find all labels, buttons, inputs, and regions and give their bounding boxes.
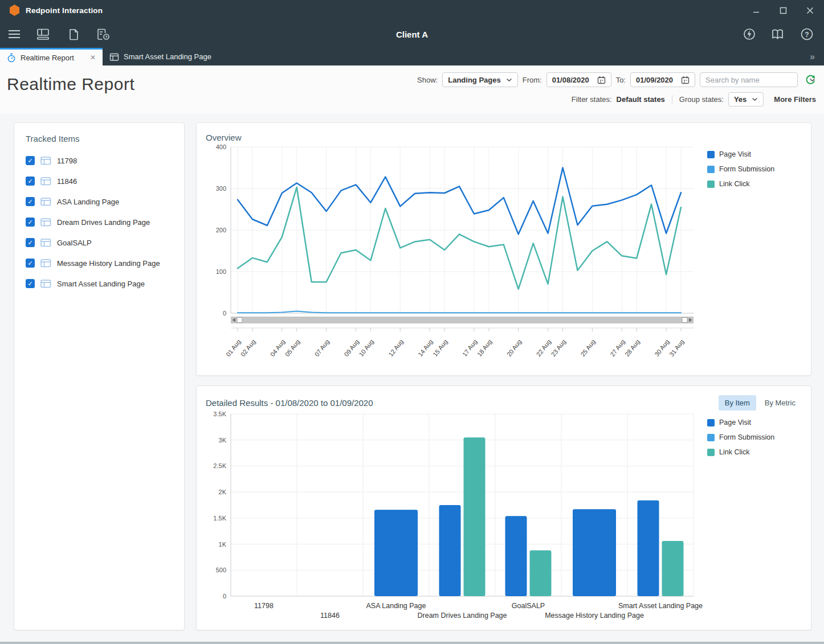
- dashboard-panels-icon[interactable]: [36, 28, 50, 40]
- client-title: Client A: [0, 30, 824, 39]
- calendar-icon[interactable]: [597, 76, 606, 84]
- by-item-button[interactable]: By Item: [719, 395, 756, 411]
- item-checkbox-checked[interactable]: ✓: [26, 279, 35, 288]
- report-history-icon[interactable]: [96, 28, 111, 40]
- filter-row-primary: Show: Landing Pages From: 01/08/2020 To:…: [417, 72, 816, 87]
- refresh-button[interactable]: [805, 74, 816, 85]
- table-icon: [40, 156, 51, 165]
- bar-Smart Asset Landing Page: [662, 541, 684, 596]
- scrollbar-handle-right[interactable]: [682, 318, 687, 323]
- tracked-item-row[interactable]: ✓Dream Drives Landing Page: [26, 212, 173, 232]
- legend-item[interactable]: Link Click: [707, 180, 797, 188]
- toolbar: Client A ?: [0, 20, 824, 48]
- svg-text:Dream Drives Landing Page: Dream Drives Landing Page: [417, 612, 507, 620]
- svg-text:12 Aug: 12 Aug: [387, 338, 405, 358]
- svg-text:18 Aug: 18 Aug: [476, 338, 493, 358]
- chart-scrollbar-track[interactable]: [231, 317, 694, 323]
- calendar-icon[interactable]: [681, 76, 690, 84]
- svg-text:?: ?: [805, 31, 809, 39]
- menu-icon[interactable]: [8, 29, 21, 39]
- item-checkbox-checked[interactable]: ✓: [26, 177, 35, 186]
- tracked-item-row[interactable]: ✓ASA Landing Page: [26, 191, 173, 212]
- tab-label: Smart Asset Landing Page: [124, 52, 211, 61]
- to-date-input[interactable]: 01/09/2020: [630, 72, 695, 87]
- overview-title: Overview: [206, 133, 802, 142]
- bar-GoalSALP: [505, 516, 527, 596]
- legend-item[interactable]: Form Submission: [707, 165, 797, 173]
- detailed-results-panel: Detailed Results - 01/08/2020 to 01/09/2…: [196, 385, 811, 630]
- tracked-items-list: ✓11798✓11846✓ASA Landing Page✓Dream Driv…: [26, 150, 173, 294]
- table-icon: [40, 259, 51, 268]
- more-filters-button[interactable]: More Filters: [774, 95, 816, 104]
- svg-text:20 Aug: 20 Aug: [505, 338, 523, 358]
- tracked-item-row[interactable]: ✓11846: [26, 171, 173, 191]
- documentation-book-icon[interactable]: [771, 28, 785, 40]
- svg-text:1K: 1K: [219, 541, 227, 548]
- svg-text:3.5K: 3.5K: [213, 411, 226, 417]
- by-metric-button[interactable]: By Metric: [758, 395, 802, 411]
- app-title: Redpoint Interaction: [26, 6, 103, 15]
- maximize-icon[interactable]: [780, 7, 787, 14]
- item-checkbox-checked[interactable]: ✓: [26, 197, 35, 206]
- overview-line-chart[interactable]: 010020030040001 Aug02 Aug04 Aug05 Aug07 …: [206, 142, 707, 358]
- item-checkbox-checked[interactable]: ✓: [26, 156, 35, 165]
- table-icon: [40, 238, 51, 247]
- duplicate-page-icon[interactable]: [66, 28, 80, 40]
- svg-text:17 Aug: 17 Aug: [461, 338, 479, 358]
- legend-item[interactable]: Page Visit: [707, 419, 797, 426]
- table-icon: [40, 279, 51, 288]
- search-input[interactable]: [705, 76, 806, 84]
- close-window-icon[interactable]: [806, 7, 814, 14]
- detailed-results-title: Detailed Results - 01/08/2020 to 01/09/2…: [206, 398, 373, 408]
- legend-label: Form Submission: [719, 165, 774, 173]
- svg-text:3K: 3K: [219, 437, 227, 444]
- tab-overflow-chevron[interactable]: »: [801, 48, 824, 65]
- svg-text:09 Aug: 09 Aug: [342, 338, 360, 358]
- svg-text:Message History Landing Page: Message History Landing Page: [545, 612, 644, 620]
- item-checkbox-checked[interactable]: ✓: [26, 259, 35, 268]
- legend-item[interactable]: Link Click: [707, 448, 797, 456]
- legend-swatch: [707, 181, 715, 188]
- scrollbar-handle-left[interactable]: [237, 318, 242, 323]
- overview-legend: Page VisitForm SubmissionLink Click: [707, 142, 797, 358]
- group-states-select[interactable]: Yes: [728, 92, 764, 106]
- minimize-icon[interactable]: [753, 7, 760, 14]
- tracked-items-title: Tracked Items: [26, 134, 173, 143]
- tracked-item-row[interactable]: ✓Smart Asset Landing Page: [26, 273, 173, 294]
- help-icon[interactable]: ?: [800, 27, 814, 41]
- svg-text:02 Aug: 02 Aug: [239, 338, 257, 358]
- filter-states-value[interactable]: Default states: [617, 95, 665, 104]
- svg-text:22 Aug: 22 Aug: [535, 338, 553, 358]
- svg-text:Smart Asset Landing Page: Smart Asset Landing Page: [618, 602, 703, 610]
- app-window: Redpoint Interaction: [0, 0, 824, 644]
- tracked-item-label: ASA Landing Page: [57, 198, 119, 206]
- svg-text:05 Aug: 05 Aug: [284, 338, 301, 358]
- item-checkbox-checked[interactable]: ✓: [26, 218, 35, 227]
- divider: [672, 95, 672, 104]
- svg-text:28 Aug: 28 Aug: [623, 338, 641, 358]
- svg-text:GoalSALP: GoalSALP: [512, 602, 545, 610]
- tab-realtime-report[interactable]: Realtime Report ✕: [0, 48, 103, 65]
- svg-text:0: 0: [223, 310, 226, 317]
- svg-text:27 Aug: 27 Aug: [609, 338, 626, 358]
- overview-panel: Overview 010020030040001 Aug02 Aug04 Aug…: [196, 122, 811, 376]
- tracked-item-row[interactable]: ✓11798: [26, 150, 173, 171]
- svg-text:0: 0: [223, 593, 226, 600]
- tracked-item-label: Message History Landing Page: [57, 259, 160, 268]
- tab-close-icon[interactable]: ✕: [90, 54, 96, 61]
- svg-text:200: 200: [216, 227, 226, 233]
- svg-text:11798: 11798: [254, 602, 274, 610]
- tab-smart-asset-landing-page[interactable]: Smart Asset Landing Page: [103, 48, 218, 65]
- svg-text:500: 500: [216, 567, 226, 573]
- legend-item[interactable]: Form Submission: [707, 433, 797, 441]
- from-date-input[interactable]: 01/08/2020: [546, 72, 611, 87]
- svg-text:11846: 11846: [320, 612, 340, 620]
- sync-connection-icon[interactable]: [743, 27, 756, 41]
- search-box[interactable]: [700, 72, 798, 87]
- legend-item[interactable]: Page Visit: [707, 150, 797, 158]
- redpoint-logo-icon: [10, 5, 19, 16]
- item-checkbox-checked[interactable]: ✓: [26, 238, 35, 247]
- tracked-item-row[interactable]: ✓GoalSALP: [26, 232, 173, 253]
- tracked-item-row[interactable]: ✓Message History Landing Page: [26, 253, 173, 273]
- show-select[interactable]: Landing Pages: [442, 72, 517, 87]
